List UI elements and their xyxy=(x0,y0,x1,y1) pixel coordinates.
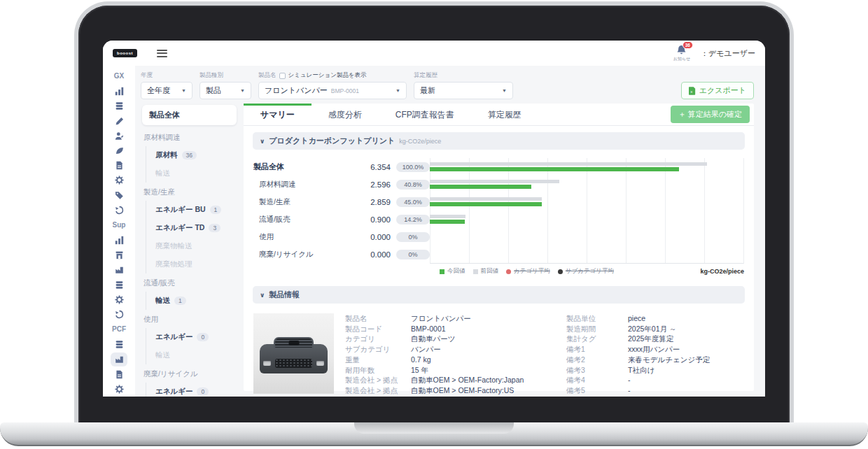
tree-item-use-energy[interactable]: エネルギー0 xyxy=(146,328,237,346)
bar-group xyxy=(430,193,743,211)
pcf-unit-label: kg-CO2e/piece xyxy=(399,138,441,145)
product-filter-label: 製品名 xyxy=(258,71,276,80)
category-tree: 製品全体 原材料調達 原材料36 輸送 製造/生産 エネルギー BU1 エネルギ… xyxy=(135,104,244,397)
sidebar-icon-sup-settings[interactable] xyxy=(111,292,127,307)
sidebar-icon-input[interactable] xyxy=(111,113,127,128)
chevron-down-icon: ▼ xyxy=(498,88,507,93)
bar-group xyxy=(430,158,743,176)
percent-badge: 40.8% xyxy=(396,180,430,190)
tree-group-manufacturing: 製造/生産 xyxy=(142,183,237,201)
chevron-down-icon: ∨ xyxy=(260,292,265,299)
legend-previous[interactable]: 前回値 xyxy=(473,267,499,276)
bar-group xyxy=(430,211,743,228)
tree-item-dist-transport[interactable]: 輸送1 xyxy=(146,292,237,310)
product-image xyxy=(253,313,334,394)
sidebar-icon-pcf-data[interactable] xyxy=(111,337,127,352)
tree-item-waste-processing[interactable]: 廃棄物処理 xyxy=(146,255,237,273)
year-select[interactable]: 全年度▼ xyxy=(141,82,192,99)
tree-group-distribution: 流通/販売 xyxy=(142,273,237,292)
product-info-left-column: 製品名フロントバンパー 製品コードBMP-0001 カテゴリ自動車パーツ サブカ… xyxy=(345,313,555,397)
sidebar-icon-sup-analytics[interactable] xyxy=(111,233,127,248)
rail-section-pcf: PCF xyxy=(112,322,126,337)
percent-badge: 45.0% xyxy=(396,197,430,207)
percent-badge: 0% xyxy=(396,232,430,242)
tab-calc-history[interactable]: 算定履歴 xyxy=(471,104,538,126)
confirm-results-button[interactable]: ＋ 算定結果の確定 xyxy=(671,106,750,123)
sidebar-icon-sup-company[interactable] xyxy=(111,248,127,262)
tab-sensitivity[interactable]: 感度分析 xyxy=(312,104,379,126)
laptop-notch xyxy=(354,422,514,434)
notification-count-badge: 36 xyxy=(682,41,693,49)
tree-item-energy-td[interactable]: エネルギー TD3 xyxy=(146,219,237,237)
chevron-down-icon: ▼ xyxy=(177,88,186,93)
percent-badge: 0% xyxy=(396,250,430,259)
sidebar-icon-sup-data[interactable] xyxy=(111,277,127,292)
sidebar-icon-history[interactable] xyxy=(111,203,127,218)
count-badge: 3 xyxy=(209,224,220,232)
year-filter-label: 年度 xyxy=(141,71,192,80)
product-info-right-column: 製品単位piece 製造期間2025年01月 ～ 集計タグ2025年度算定 備考… xyxy=(566,313,744,397)
tree-item-waste-transport[interactable]: 廃棄物輸送 xyxy=(146,237,237,255)
tree-group-disposal: 廃棄/リサイクル xyxy=(142,364,237,383)
count-badge: 1 xyxy=(210,206,222,214)
bar-group xyxy=(430,245,743,263)
tab-cfp-report[interactable]: CFP調査報告書 xyxy=(379,104,471,126)
chevron-down-icon: ▼ xyxy=(236,88,245,93)
rail-section-sup: Sup xyxy=(113,218,126,233)
export-button[interactable]: エクスポート xyxy=(681,82,754,99)
legend-category-average[interactable]: カテゴリ平均 xyxy=(506,267,550,276)
sidebar-icon-account[interactable] xyxy=(111,129,127,143)
chevron-down-icon: ▼ xyxy=(391,88,400,93)
tree-item-energy-bu[interactable]: エネルギー BU1 xyxy=(146,201,237,219)
sidebar-icon-sup-factory[interactable] xyxy=(111,262,127,277)
tree-group-raw-material: 原材料調達 xyxy=(142,128,237,146)
tree-item-use-transport[interactable]: 輸送 xyxy=(146,346,237,364)
product-select[interactable]: フロントバンパー BMP-0001 ▼ xyxy=(258,82,407,99)
filter-bar: 年度 全年度▼ 製品種別 製品▼ 製品名 シミュレーション製品を表示 xyxy=(135,66,765,104)
legend-subcategory-average[interactable]: サブカテゴリ平均 xyxy=(558,267,614,276)
sidebar-icon-pcf-report[interactable] xyxy=(111,367,127,382)
sidebar-icon-settings[interactable] xyxy=(111,173,127,187)
summary-panel: サマリー 感度分析 CFP調査報告書 算定履歴 ＋ 算定結果の確定 ∨ プロダク… xyxy=(244,104,754,391)
notifications-button[interactable]: 36 お知らせ xyxy=(670,45,694,62)
pcf-bar-chart: 製品全体6.354100.0% 原材料調達2.59640.8% 製造/生産2.8… xyxy=(244,155,754,264)
calc-history-filter-label: 算定履歴 xyxy=(414,71,513,80)
count-badge: 0 xyxy=(197,333,209,341)
sidebar-icon-data[interactable] xyxy=(111,99,127,113)
sidebar-icon-report[interactable] xyxy=(111,158,127,173)
sidebar-icon-sup-history[interactable] xyxy=(111,307,127,322)
tree-item-product-total[interactable]: 製品全体 xyxy=(142,105,237,125)
count-badge: 0 xyxy=(197,387,209,396)
top-bar: booost 36 お知らせ ：デモユーザー xyxy=(103,41,765,66)
module-rail: GX Sup PCF xyxy=(103,66,135,397)
bar-group xyxy=(430,176,743,193)
tree-item-transport[interactable]: 輸送 xyxy=(146,164,237,183)
tree-group-use: 使用 xyxy=(142,310,237,328)
bumper-illustration xyxy=(260,337,328,373)
product-code: BMP-0001 xyxy=(331,87,359,94)
sidebar-icon-pcf-settings[interactable] xyxy=(111,382,127,397)
product-type-select[interactable]: 製品▼ xyxy=(200,82,251,99)
pcf-section-header[interactable]: ∨ プロダクトカーボンフットプリント kg-CO2e/piece xyxy=(253,132,745,150)
sidebar-icon-analytics[interactable] xyxy=(111,84,127,99)
excel-file-icon xyxy=(689,87,696,95)
sidebar-icon-pcf-factory[interactable] xyxy=(111,352,127,366)
simulation-products-checkbox[interactable] xyxy=(279,73,286,79)
tree-item-raw-materials[interactable]: 原材料36 xyxy=(146,146,237,164)
percent-badge: 14.2% xyxy=(396,215,430,224)
product-info-section-header[interactable]: ∨ 製品情報 xyxy=(253,286,745,304)
hamburger-menu-icon[interactable] xyxy=(157,48,167,59)
product-info-section-title: 製品情報 xyxy=(269,290,300,300)
legend-current[interactable]: 今回値 xyxy=(440,267,465,276)
tab-summary[interactable]: サマリー xyxy=(244,104,312,126)
tab-bar: サマリー 感度分析 CFP調査報告書 算定履歴 ＋ 算定結果の確定 xyxy=(244,104,754,126)
tree-item-disposal-energy[interactable]: エネルギー0 xyxy=(146,383,237,397)
sidebar-icon-emissions[interactable] xyxy=(111,143,127,158)
product-info-body: 製品名フロントバンパー 製品コードBMP-0001 カテゴリ自動車パーツ サブカ… xyxy=(244,309,754,397)
user-menu[interactable]: ：デモユーザー xyxy=(701,48,755,59)
sidebar-icon-tags[interactable] xyxy=(111,187,127,202)
rail-section-gx: GX xyxy=(114,69,124,84)
calc-history-select[interactable]: 最新▼ xyxy=(414,82,513,99)
pcf-section-title: プロダクトカーボンフットプリント xyxy=(269,136,395,146)
chevron-down-icon: ∨ xyxy=(260,138,265,145)
